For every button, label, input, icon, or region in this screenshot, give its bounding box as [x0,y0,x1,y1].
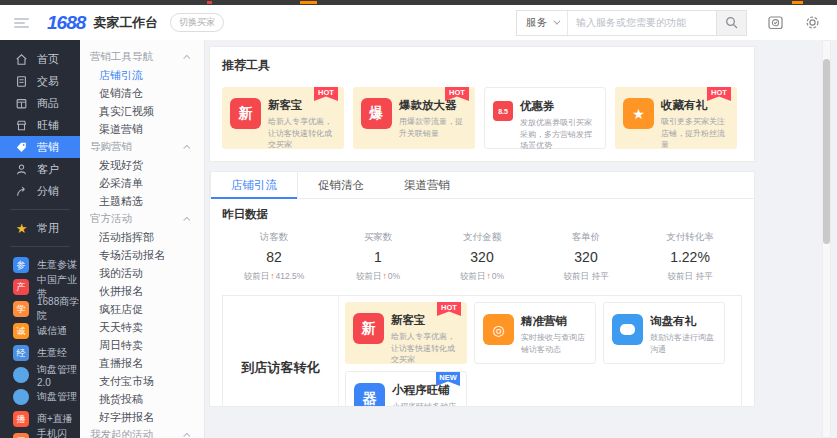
tool-card-xinkebao[interactable]: HOT 新 新客宝 给新人专享优惠，让访客快速转化成交买家 [222,87,344,149]
collect-star-icon: ★ [623,98,654,129]
sidebar-app-xunpan[interactable]: 询盘管理 [0,386,80,408]
sidebar-item-label: 常用 [37,221,59,236]
star-icon: ★ [15,222,28,235]
submenu-item-sunday-sale[interactable]: 周日特卖 [80,336,204,354]
sidebar-item-customers[interactable]: 客户 [0,158,80,180]
submenu-group-my-initiated[interactable]: 我发起的活动 [80,426,204,438]
window-scrollbar[interactable] [822,40,831,438]
sidebar-app-label: 生意经 [37,346,67,360]
tool-card-desc: 吸引更多买家关注店铺，提升粉丝流量 [661,116,729,151]
conv-card-xinkebao[interactable]: HOT 新 新客宝 给新人专享优惠，让访客快速转化成交买家 [345,302,467,364]
chevron-down-icon [553,18,560,25]
submenu-item-video[interactable]: 真实汇视频 [80,102,204,120]
hamburger-menu-icon[interactable] [14,18,29,28]
tool-card-desc: 用爆款带流量，提升关联销量 [399,116,467,139]
submenu-item-special-signup[interactable]: 专场活动报名 [80,246,204,264]
conv-card-miniprogram[interactable]: NEW 器 小程序旺铺 小程序旺铺多种店铺推广引流神器 [345,371,467,407]
submenu-item-live-signup[interactable]: 直播报名 [80,354,204,372]
traffic-tabs: 店铺引流 促销清仓 渠道营销 [210,172,754,199]
submenu-item-must-buy-list[interactable]: 必采清单 [80,174,204,192]
recommended-tools-panel: 推荐工具 HOT 新 新客宝 给新人专享优惠，让访客快速转化成交买家 HOT 爆 [209,46,755,162]
sidebar-item-shop[interactable]: 旺铺 [0,114,80,136]
visitor-conversion-grid: 到店访客转化 HOT 新 新客宝 给新人专享优惠，让访客快速转化成交买家 [222,295,742,407]
tab-channel[interactable]: 渠道营销 [384,172,470,198]
submenu-item-pick-goods-submit[interactable]: 挑货投稿 [80,390,204,408]
submenu-item-event-hq[interactable]: 活动指挥部 [80,228,204,246]
submenu-item-theme-picks[interactable]: 主题精选 [80,192,204,210]
submenu-group-official-events[interactable]: 官方活动 [80,210,204,228]
sidebar-item-label: 营销 [37,140,59,155]
submenu-item-huopin-signup[interactable]: 伙拼报名 [80,282,204,300]
stat-payment-amount: 支付金额 320 较前日0% [430,231,534,283]
submenu-item-good-finds[interactable]: 发现好货 [80,156,204,174]
chevron-up-icon [183,216,190,223]
logo-1688[interactable]: 1688 [47,12,85,34]
sidebar-app-shangxueyuan[interactable]: 学 1688商学院 [0,298,80,320]
stat-visitors: 访客数 82 较前日412.5% [222,231,326,283]
submenu-group-marketing-tools[interactable]: 营销工具导航 [80,48,204,66]
page-title: 卖家工作台 [93,14,158,32]
conv-card-xunpanyouli[interactable]: 询盘有礼 鼓励访客进行询盘沟通 [603,302,725,364]
globe-icon [13,389,29,405]
app-icon: 经 [13,345,29,361]
top-strip-accent [207,1,212,4]
sidebar-item-marketing[interactable]: 营销 [0,136,80,158]
submenu-item-my-events[interactable]: 我的活动 [80,264,204,282]
search-category-label: 服务 [526,16,547,30]
sidebar-item-label: 交易 [37,74,59,89]
stat-conversion-rate: 支付转化率 1.22% 较前日 持平 [638,231,742,283]
sidebar-item-goods[interactable]: 商品 [0,92,80,114]
search-input[interactable] [568,17,716,28]
yesterday-data-title: 昨日数据 [222,207,742,222]
sidebar-item-favorites[interactable]: ★ 常用 [0,217,80,239]
sidebar-item-trade[interactable]: 交易 [0,70,80,92]
stat-avg-order: 客单价 320 较前日 持平 [534,231,638,283]
switch-to-buyer-badge[interactable]: 切换买家 [170,13,224,32]
conversion-row-label: 到店访客转化 [223,296,339,407]
storefront-icon [15,119,28,132]
sidebar-app-chengxintong[interactable]: 诚 诚信通 [0,320,80,342]
secondary-sidebar: 营销工具导航 店铺引流 促销清仓 真实汇视频 渠道营销 导购营销 发现好货 必采… [80,40,205,438]
tab-store-traffic[interactable]: 店铺引流 [210,172,298,198]
submenu-item-alipay-market[interactable]: 支付宝市场 [80,372,204,390]
submenu-item-store-traffic[interactable]: 店铺引流 [80,66,204,84]
sidebar-app-xunpan2[interactable]: 询盘管理2.0 [0,364,80,386]
divider [10,246,70,247]
submenu-item-channel[interactable]: 渠道营销 [80,120,204,138]
submenu-item-clearance[interactable]: 促销清仓 [80,84,204,102]
search-category-select[interactable]: 服务 [517,11,568,35]
tasks-check-icon[interactable] [767,14,784,31]
tool-card-shoucangyouli[interactable]: HOT ★ 收藏有礼 吸引更多买家关注店铺，提升粉丝流量 [615,87,737,149]
primary-sidebar: 首页 交易 商品 旺铺 营销 客户 分销 ★ 常用 [0,40,80,438]
tool-card-youhuiquan[interactable]: 8.5 优惠券 发放优惠券吸引买家采购，多方营销发挥场景优势 [484,87,606,149]
qr-code-icon: 器 [354,383,385,407]
tool-card-name: 收藏有礼 [661,98,729,113]
search-button[interactable] [716,11,746,35]
settings-gear-icon[interactable] [804,14,821,31]
app-header: 1688 卖家工作台 切换买家 服务 [0,5,837,40]
sidebar-item-home[interactable]: 首页 [0,48,80,70]
sidebar-app-label: 1688商学院 [37,295,80,323]
submenu-group-guide-marketing[interactable]: 导购营销 [80,138,204,156]
sidebar-item-label: 旺铺 [37,118,59,133]
submenu-item-group-signup[interactable]: 好字拼报名 [80,408,204,426]
browser-top-strip [0,0,837,5]
submenu-item-crazy-promo[interactable]: 疯狂店促 [80,300,204,318]
tool-card-name: 爆款放大器 [399,98,467,113]
sidebar-item-distribution[interactable]: 分销 [0,180,80,202]
scrollbar-thumb[interactable] [823,59,830,244]
tool-card-baokuan[interactable]: HOT 爆 爆款放大器 用爆款带流量，提升关联销量 [353,87,475,149]
divider [10,209,70,210]
sidebar-app-shoujishandian[interactable]: 闪 手机闪电... [0,430,80,438]
home-icon [15,53,28,66]
sidebar-app-shengyijing[interactable]: 经 生意经 [0,342,80,364]
coupon-icon: 8.5 [493,101,513,121]
sidebar-app-label: 诚信通 [37,324,67,338]
conv-card-jingzhunyingxiao[interactable]: ◎ 精准营销 实时接收与查询店铺访客动态 [474,302,596,364]
sidebar-item-label: 分销 [37,184,59,199]
tool-card-desc: 发放优惠券吸引买家采购，多方营销发挥场景优势 [520,117,597,152]
chevron-up-icon [183,144,190,151]
tab-clearance[interactable]: 促销清仓 [298,172,384,198]
submenu-item-daily-sale[interactable]: 天天特卖 [80,318,204,336]
group-title: 营销工具导航 [90,50,153,64]
